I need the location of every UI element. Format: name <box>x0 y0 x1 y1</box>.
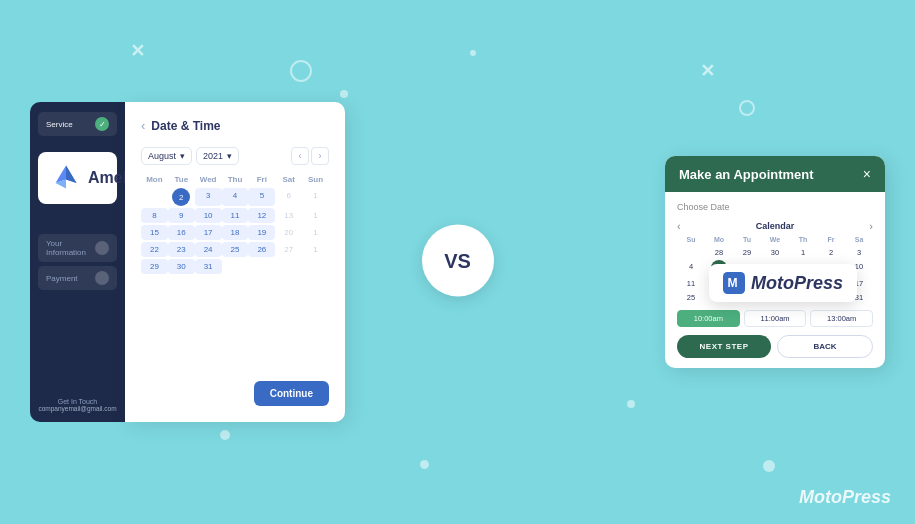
mp-cal-cell[interactable]: 3 <box>845 246 873 259</box>
amelia-back-arrow[interactable]: ‹ <box>141 118 145 133</box>
cal-days-header: Mon Tue Wed Thu Fri Sat Sun <box>141 175 329 184</box>
cal-cell[interactable]: 15 <box>141 225 168 240</box>
cal-row-2: 8 9 10 11 12 13 1 <box>141 208 329 223</box>
decoration <box>220 430 230 440</box>
sidebar-item-payment[interactable]: Payment <box>38 266 117 290</box>
sidebar-item-your-info[interactable]: Your Information <box>38 234 117 262</box>
motopress-watermark: MotoPress <box>799 487 891 508</box>
cal-cell[interactable]: 16 <box>168 225 195 240</box>
next-month-arrow[interactable]: › <box>311 147 329 165</box>
amelia-sidebar: Service ✓ Amelia Your Information <box>30 102 125 422</box>
service-label: Service <box>46 120 73 129</box>
sidebar-nav: Your Information Payment <box>38 234 117 290</box>
decoration: ✕ <box>700 60 715 82</box>
mp-time-slots: 10:00am 11:00am 13:00am <box>677 310 873 327</box>
decoration <box>340 90 348 98</box>
amelia-cal-header: ‹ Date & Time <box>141 118 329 133</box>
cal-cell[interactable]: 17 <box>195 225 222 240</box>
vs-label: VS <box>422 225 494 297</box>
year-select[interactable]: 2021 ▾ <box>196 147 239 165</box>
month-select[interactable]: August ▾ <box>141 147 192 165</box>
cal-cell[interactable]: 24 <box>195 242 222 257</box>
cal-cell[interactable]: 30 <box>168 259 195 274</box>
decoration <box>470 50 476 56</box>
payment-dot <box>95 271 109 285</box>
cal-cell: 1 <box>302 208 329 223</box>
mp-cal-cell[interactable]: 29 <box>733 246 761 259</box>
prev-month-arrow[interactable]: ‹ <box>291 147 309 165</box>
mp-header-title: Make an Appointment <box>679 167 814 182</box>
cal-cell-today[interactable]: 2 <box>172 188 190 206</box>
cal-cell[interactable]: 26 <box>248 242 275 257</box>
mp-cal-cell[interactable]: 1 <box>789 246 817 259</box>
cal-cell[interactable]: 19 <box>248 225 275 240</box>
cal-cell: 13 <box>275 208 302 223</box>
amelia-logo-box: Amelia <box>38 152 117 204</box>
cal-row-4: 22 23 24 25 26 27 1 <box>141 242 329 257</box>
mp-header: Make an Appointment × <box>665 156 885 192</box>
cal-cell[interactable]: 29 <box>141 259 168 274</box>
mp-close-button[interactable]: × <box>863 166 871 182</box>
motopress-logo-icon: M <box>723 272 745 294</box>
cal-cell[interactable]: 25 <box>222 242 249 257</box>
decoration: ✕ <box>130 40 145 62</box>
decoration <box>739 100 755 116</box>
decoration <box>763 460 775 472</box>
amelia-main-content: ‹ Date & Time August ▾ 2021 ▾ ‹ › <box>125 102 345 422</box>
mp-prev-month[interactable]: ‹ <box>677 220 681 232</box>
cal-cell[interactable]: 8 <box>141 208 168 223</box>
cal-cell[interactable]: 22 <box>141 242 168 257</box>
motopress-logo-text: MotoPress <box>751 273 843 294</box>
mp-next-month[interactable]: › <box>869 220 873 232</box>
payment-label: Payment <box>46 274 78 283</box>
cal-cell: 20 <box>275 225 302 240</box>
amelia-calendar: Mon Tue Wed Thu Fri Sat Sun 2 3 4 5 6 1 <box>141 175 329 369</box>
amelia-panel: Service ✓ Amelia Your Information <box>30 102 345 422</box>
decoration <box>420 460 429 469</box>
cal-cell[interactable]: 31 <box>195 259 222 274</box>
mp-cal-row-0: 28 29 30 1 2 3 <box>677 246 873 259</box>
cal-cell[interactable]: 23 <box>168 242 195 257</box>
mp-cal-days-header: Su Mo Tu We Th Fr Sa <box>677 236 873 243</box>
decoration <box>627 400 635 408</box>
nav-arrows: ‹ › <box>291 147 329 165</box>
amelia-logo-icon <box>52 162 80 194</box>
date-selects-row: August ▾ 2021 ▾ ‹ › <box>141 147 329 165</box>
cal-row-3: 15 16 17 18 19 20 1 <box>141 225 329 240</box>
cal-cell: 1 <box>302 188 329 206</box>
mp-cal-cell[interactable]: 25 <box>677 291 705 304</box>
time-slot-2[interactable]: 11:00am <box>744 310 807 327</box>
cal-cell: 6 <box>275 188 302 206</box>
cal-cell[interactable]: 10 <box>195 208 222 223</box>
service-check-icon: ✓ <box>95 117 109 131</box>
cal-cell[interactable]: 18 <box>222 225 249 240</box>
next-step-button[interactable]: NEXT STEP <box>677 335 771 358</box>
sidebar-item-service[interactable]: Service ✓ <box>38 112 117 136</box>
mp-actions: NEXT STEP BACK <box>677 335 873 358</box>
cal-cell: 27 <box>275 242 302 257</box>
cal-cell: 1 <box>302 242 329 257</box>
continue-button[interactable]: Continue <box>254 381 329 406</box>
get-in-touch-label: Get In Touch <box>38 398 117 405</box>
mp-cal-nav: ‹ Calendar › <box>677 220 873 232</box>
amelia-cal-title: Date & Time <box>151 119 220 133</box>
mp-cal-cell[interactable]: 11 <box>677 277 705 290</box>
sidebar-bottom: Get In Touch companyemail@gmail.com <box>38 378 117 412</box>
cal-cell[interactable]: 9 <box>168 208 195 223</box>
mp-cal-cell[interactable]: 28 <box>705 246 733 259</box>
mp-cal-cell[interactable]: 30 <box>761 246 789 259</box>
time-slot-1[interactable]: 10:00am <box>677 310 740 327</box>
mp-cal-cell[interactable]: 2 <box>817 246 845 259</box>
time-slot-3[interactable]: 13:00am <box>810 310 873 327</box>
cal-cell[interactable]: 12 <box>248 208 275 223</box>
decoration <box>290 60 312 82</box>
cal-cell[interactable]: 4 <box>222 188 249 206</box>
cal-cell[interactable]: 3 <box>195 188 222 206</box>
cal-cell[interactable]: 11 <box>222 208 249 223</box>
back-button[interactable]: BACK <box>777 335 873 358</box>
your-info-dot <box>95 241 109 255</box>
cal-cell[interactable]: 5 <box>248 188 275 206</box>
cal-row-5: 29 30 31 <box>141 259 329 274</box>
mp-cal-cell[interactable]: 4 <box>677 260 705 276</box>
cal-row-1: 2 3 4 5 6 1 <box>141 188 329 206</box>
